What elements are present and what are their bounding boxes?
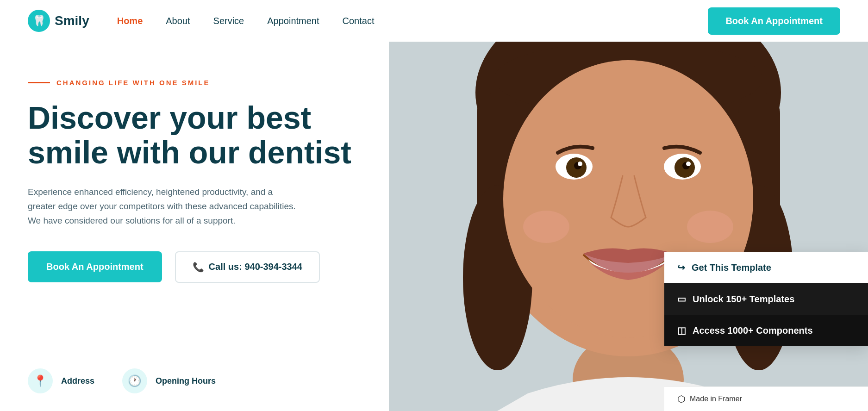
info-row: 📍 Address 🕐 Opening Hours (0, 351, 389, 411)
svg-point-19 (687, 211, 733, 243)
hero-buttons: Book An Appointment 📞 Call us: 940-394-3… (28, 251, 361, 283)
framer-icon: ⬡ (677, 393, 685, 405)
tagline-row: CHANGING LIFE WITH ONE SMILE (28, 79, 361, 87)
phone-icon: 📞 (193, 262, 204, 273)
unlock-templates-label: Unlock 150+ Templates (693, 294, 794, 305)
unlock-templates-icon: ▭ (677, 293, 686, 305)
hero-description: Experience enhanced efficiency, heighten… (28, 185, 296, 228)
info-card-hours-text: Opening Hours (156, 376, 216, 386)
info-card-address: 📍 Address (28, 368, 94, 393)
nav-book-appointment-button[interactable]: Book An Appointment (708, 7, 840, 35)
navbar: 🦷 Smily Home About Service Appointment C… (0, 0, 868, 42)
hours-icon: 🕐 (122, 368, 147, 393)
get-template-label: Get This Template (692, 262, 771, 273)
framer-label: Made in Framer (690, 395, 742, 403)
svg-point-18 (523, 211, 569, 243)
get-template-button[interactable]: ↪ Get This Template (664, 252, 868, 283)
hero-title-line2: smile with our dentist (28, 135, 351, 170)
unlock-templates-button[interactable]: ▭ Unlock 150+ Templates (664, 283, 868, 315)
hero-image (389, 0, 868, 411)
tagline-text: CHANGING LIFE WITH ONE SMILE (56, 79, 210, 87)
get-template-icon: ↪ (677, 262, 685, 273)
hero-call-label: Call us: 940-394-3344 (209, 262, 302, 272)
svg-point-17 (686, 162, 691, 166)
nav-about[interactable]: About (166, 16, 190, 26)
framer-bar: ⬡ Made in Framer (664, 386, 868, 411)
nav-home[interactable]: Home (117, 16, 143, 26)
access-components-button[interactable]: ◫ Access 1000+ Components (664, 315, 868, 346)
hero-image-placeholder (389, 0, 868, 411)
tagline-line (28, 82, 50, 83)
nav-appointment[interactable]: Appointment (267, 16, 319, 26)
access-components-icon: ◫ (677, 325, 686, 336)
info-card-address-text: Address (61, 376, 94, 386)
address-icon: 📍 (28, 368, 53, 393)
nav-links: Home About Service Appointment Contact (117, 16, 708, 26)
hero-call-button[interactable]: 📞 Call us: 940-394-3344 (175, 251, 320, 283)
hours-label: Opening Hours (156, 376, 216, 386)
logo-text: Smily (55, 13, 89, 28)
hero-title-line1: Discover your best (28, 100, 311, 135)
hero-book-appointment-button[interactable]: Book An Appointment (28, 251, 162, 282)
hero-title: Discover your best smile with our dentis… (28, 100, 361, 170)
access-components-label: Access 1000+ Components (693, 325, 813, 336)
info-card-hours: 🕐 Opening Hours (122, 368, 216, 393)
floating-panel: ↪ Get This Template ▭ Unlock 150+ Templa… (664, 252, 868, 346)
logo[interactable]: 🦷 Smily (28, 10, 89, 32)
hero-face-svg (389, 0, 868, 411)
logo-icon: 🦷 (28, 10, 50, 32)
nav-service[interactable]: Service (213, 16, 244, 26)
address-label: Address (61, 376, 94, 386)
nav-contact[interactable]: Contact (343, 16, 375, 26)
svg-point-16 (578, 162, 582, 166)
